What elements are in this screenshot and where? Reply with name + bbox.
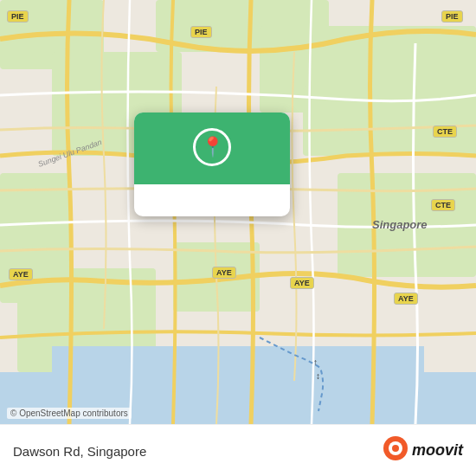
svg-point-17	[392, 445, 399, 452]
aye-label-center2: AYE	[290, 277, 314, 289]
moovit-pin-icon	[383, 435, 408, 466]
popup-card[interactable]: 📍 Take me there	[134, 113, 290, 216]
moovit-text: moovit	[412, 441, 463, 460]
map-copyright: © OpenStreetMap contributors	[7, 408, 132, 419]
cte-label-1: CTE	[433, 125, 457, 138]
svg-rect-5	[303, 87, 476, 156]
pie-label-top-center: PIE	[190, 26, 212, 38]
location-pin-icon: 📍	[201, 138, 224, 157]
aye-label-right: AYE	[394, 293, 418, 305]
popup-green-header: 📍	[134, 113, 290, 184]
svg-text:↕: ↕	[316, 371, 320, 381]
location-name: Dawson Rd, Singapore	[13, 444, 146, 459]
take-me-there-button[interactable]: Take me there	[134, 184, 290, 216]
footer-bar: Dawson Rd, Singapore moovit	[0, 424, 476, 476]
singapore-label: Singapore	[372, 218, 428, 231]
footer-left: Dawson Rd, Singapore	[13, 442, 146, 459]
cte-label-2: CTE	[431, 199, 455, 211]
aye-label-left: AYE	[9, 268, 33, 280]
pie-label-top-left: PIE	[7, 10, 29, 23]
svg-text:↑: ↑	[313, 357, 318, 367]
pie-label-top-right: PIE	[441, 10, 463, 23]
aye-label-center1: AYE	[212, 267, 236, 279]
map-container[interactable]: ↑ ↕ PIE PIE PIE CTE CTE AYE AYE AYE AYE …	[0, 0, 476, 424]
moovit-logo: moovit	[383, 435, 463, 466]
location-icon-circle: 📍	[193, 128, 231, 166]
